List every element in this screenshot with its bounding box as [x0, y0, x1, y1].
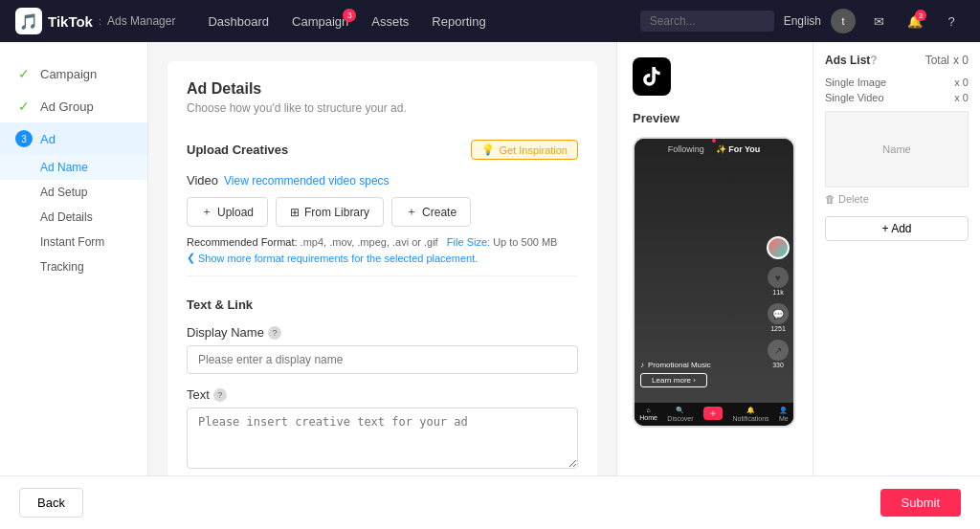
sidebar-item-campaign[interactable]: ✓ Campaign	[0, 57, 147, 90]
trash-icon: 🗑	[825, 193, 835, 205]
share-icon: ↗	[768, 340, 789, 361]
search-input[interactable]	[640, 11, 774, 32]
campaign-check-icon: ✓	[15, 65, 33, 82]
phone-nav-discover: 🔍 Discover	[667, 407, 693, 422]
sidebar-sub-tracking[interactable]: Tracking	[0, 254, 147, 279]
phone-music-label: ♪ Promotional Music	[640, 361, 759, 369]
sidebar-campaign-label: Campaign	[40, 67, 97, 81]
ads-list-panel: Ads List ? Total x 0 Single Image x 0 Si…	[813, 42, 980, 475]
display-name-input[interactable]	[187, 345, 578, 374]
adgroup-check-icon: ✓	[15, 98, 33, 115]
text-link-section: Text & Link	[187, 288, 578, 325]
delete-button[interactable]: 🗑 Delete	[825, 193, 969, 205]
get-inspiration-button[interactable]: 💡 Get Inspiration	[471, 140, 578, 160]
view-recommended-link[interactable]: View recommended video specs	[224, 174, 390, 187]
nav-campaign[interactable]: Campaign 3	[282, 11, 358, 33]
logo-text: TikTok	[48, 13, 93, 30]
main-layout: ✓ Campaign ✓ Ad Group 3 Ad Ad Name Ad Se…	[0, 42, 980, 475]
ads-list-info-icon[interactable]: ?	[870, 54, 877, 67]
phone-nav-add: ＋	[703, 407, 723, 422]
upload-plus-icon: ＋	[201, 204, 212, 220]
upload-buttons: ＋ Upload ⊞ From Library ＋ Create	[187, 197, 578, 227]
ads-list-name-column: Name	[825, 111, 969, 187]
help-icon[interactable]: ?	[938, 8, 965, 34]
nav-reporting[interactable]: Reporting	[422, 11, 495, 33]
inspiration-icon: 💡	[481, 143, 495, 156]
following-foryou: Following ✨ For You	[668, 144, 761, 154]
phone-nav-me: 👤 Me	[779, 407, 789, 422]
format-info: Recommended Format: .mp4, .mov, .mpeg, .…	[187, 236, 578, 248]
text-textarea[interactable]	[187, 408, 578, 469]
sidebar-sub-instantform[interactable]: Instant Form	[0, 230, 147, 254]
phone-content: ♪ Promotional Music Learn more ›	[640, 361, 759, 387]
nav-dashboard[interactable]: Dashboard	[198, 11, 278, 33]
phone-bottom-nav: ⌂ Home 🔍 Discover ＋ 🔔 Notifications	[635, 403, 793, 426]
sparkle-icon: ✨	[716, 144, 726, 154]
submit-button[interactable]: Submit	[880, 489, 961, 517]
phone-cta-button: Learn more ›	[640, 373, 707, 387]
text-label: Text ?	[187, 387, 578, 402]
ads-list-single-video-row: Single Video x 0	[825, 90, 969, 105]
comment-icon: 💬	[768, 303, 789, 324]
from-library-button[interactable]: ⊞ From Library	[276, 197, 384, 227]
video-label: Video View recommended video specs	[187, 173, 578, 187]
for-you-label: ✨ For You	[716, 144, 761, 154]
upload-button[interactable]: ＋ Upload	[187, 197, 268, 227]
avatar[interactable]: t	[831, 9, 856, 33]
music-note-icon: ♪	[640, 361, 644, 369]
text-info-icon[interactable]: ?	[213, 388, 227, 402]
single-video-count: x 0	[954, 92, 969, 103]
single-image-count: x 0	[954, 77, 969, 88]
phone-preview: Following ✨ For You ♥ 11k	[633, 137, 795, 428]
campaign-badge: 3	[343, 9, 356, 22]
expand-icon: ❮	[187, 252, 195, 264]
preview-label: Preview	[633, 111, 797, 125]
tiktok-preview-icon	[633, 57, 671, 96]
tiktok-icon: 🎵	[15, 8, 42, 34]
phone-comment-action: 💬 1251	[768, 303, 789, 332]
bell-icon[interactable]: 🔔 3	[902, 8, 928, 34]
phone-screen: Following ✨ For You ♥ 11k	[635, 139, 793, 426]
logo: 🎵 TikTok : Ads Manager	[15, 8, 175, 34]
text-link-label: Text & Link	[187, 298, 253, 312]
sidebar-sub-adname[interactable]: Ad Name	[0, 155, 147, 180]
nav-assets[interactable]: Assets	[362, 11, 418, 33]
sidebar-sub-addetails[interactable]: Ad Details	[0, 205, 147, 230]
tiktok-logo-svg	[640, 65, 663, 88]
phone-right-actions: ♥ 11k 💬 1251 ↗ 330	[767, 236, 790, 368]
display-name-info-icon[interactable]: ?	[268, 326, 281, 340]
topnav: 🎵 TikTok : Ads Manager Dashboard Campaig…	[0, 0, 980, 42]
topnav-right: English t ✉ 🔔 3 ?	[640, 8, 965, 34]
text-field: Text ?	[187, 387, 578, 472]
bottom-bar: Back Submit	[0, 475, 980, 529]
display-name-label: Display Name ?	[187, 325, 578, 340]
upload-creatives-section: Upload Creatives 💡 Get Inspiration	[187, 130, 578, 173]
sidebar-sub-adsetup[interactable]: Ad Setup	[0, 180, 147, 205]
create-button[interactable]: ＋ Create	[391, 197, 471, 227]
card-title: Ad Details	[187, 80, 578, 98]
me-icon: 👤	[779, 407, 788, 414]
ads-manager-label: Ads Manager	[107, 14, 175, 28]
sidebar-item-adgroup[interactable]: ✓ Ad Group	[0, 90, 147, 122]
home-icon: ⌂	[646, 407, 650, 413]
sidebar: ✓ Campaign ✓ Ad Group 3 Ad Ad Name Ad Se…	[0, 42, 148, 475]
mail-icon[interactable]: ✉	[865, 8, 892, 34]
ad-step-num: 3	[15, 130, 33, 147]
preview-panel: Preview Following ✨ For You	[616, 42, 813, 475]
sidebar-item-ad[interactable]: 3 Ad	[0, 122, 147, 155]
show-more-formats[interactable]: ❮ Show more format requirements for the …	[187, 252, 578, 264]
notification-badge: 3	[915, 10, 926, 21]
phone-share-action: ↗ 330	[768, 340, 789, 368]
create-plus-icon: ＋	[406, 204, 417, 220]
phone-nav-home: ⌂ Home	[639, 407, 657, 422]
phone-avatar	[767, 236, 790, 259]
heart-icon: ♥	[768, 267, 789, 288]
add-button[interactable]: + Add	[825, 216, 969, 241]
ad-details-card: Ad Details Choose how you'd like to stru…	[167, 61, 597, 475]
display-name-field: Display Name ?	[187, 325, 578, 374]
language-selector[interactable]: English	[784, 14, 821, 28]
phone-nav-notifications: 🔔 Notifications	[732, 407, 768, 422]
back-button[interactable]: Back	[19, 488, 83, 518]
library-icon: ⊞	[290, 206, 300, 219]
single-image-label: Single Image	[825, 77, 886, 88]
